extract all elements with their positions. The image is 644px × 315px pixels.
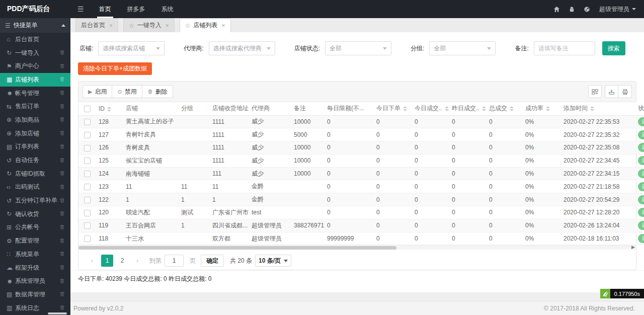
sidebar-item[interactable]: ▤ 订单列表 [0,140,70,154]
filter-select[interactable]: 选择或搜索代理商 [209,41,275,55]
trash-icon[interactable] [59,278,65,284]
sidebar-item[interactable]: ∷ 系统菜单 [0,248,70,261]
thinkphp-leaf-icon[interactable] [600,289,610,298]
row-checkbox[interactable] [84,197,91,203]
table-horizontal-scrollbar[interactable]: ▶ [78,245,636,250]
scrollbar-thumb[interactable] [78,246,396,250]
trash-icon[interactable] [59,305,65,311]
status-toggle[interactable]: 启用 [638,130,644,139]
status-toggle[interactable]: 启用 [638,221,644,230]
home-icon[interactable] [549,6,564,13]
trash-icon[interactable] [59,238,65,244]
sidebar-item[interactable]: ↺ 五分钟订单补单 [0,194,70,207]
trash-icon[interactable] [59,198,65,204]
sidebar-item[interactable]: ↻ 确认收货 [0,207,70,221]
export-button[interactable] [605,85,618,98]
trash-icon[interactable] [59,171,65,177]
close-icon[interactable]: × [222,22,225,29]
delete-button[interactable]: 删除 [142,85,173,98]
top-menu-item[interactable]: 拼多多 [119,0,153,18]
sidebar-item[interactable]: ⊞ 公共帐号 [0,221,70,234]
close-icon[interactable]: × [166,22,169,29]
column-header[interactable]: 今日下单 [373,102,412,115]
filter-select[interactable]: 选择或搜索店铺 [98,41,165,55]
row-checkbox[interactable] [84,235,91,242]
sidebar-item[interactable]: ⊕ 添加商品 [0,113,70,127]
trash-icon[interactable] [59,265,65,271]
sidebar-item[interactable]: ▤ 数据库管理 [0,288,70,301]
close-icon[interactable]: × [109,22,113,29]
sidebar-item[interactable]: ⚑ 商户中心 [0,59,70,73]
trash-icon[interactable] [59,117,65,123]
sidebar-header-quick-menu[interactable]: ☰ 快捷菜单 [0,18,70,33]
select-all-checkbox[interactable] [84,106,91,112]
remark-input[interactable] [534,41,595,55]
print-button[interactable] [618,85,632,98]
status-toggle[interactable]: 启用 [638,143,644,152]
per-page-select[interactable]: 10 条/页 [255,255,291,267]
row-checkbox[interactable] [84,222,91,229]
sidebar-item[interactable]: ↻ 店铺ID抓取 [0,167,70,181]
goto-confirm-button[interactable]: 确定 [201,255,224,267]
filter-select[interactable]: 全部 [429,41,496,55]
sidebar-item[interactable]: ⚙ 配置管理 [0,234,70,248]
trash-icon[interactable] [59,211,65,217]
trash-icon[interactable] [59,291,65,297]
row-checkbox[interactable] [84,132,91,138]
sidebar-item[interactable]: ↺ 自动任务 [0,153,70,167]
status-toggle[interactable]: 启用 [638,208,644,217]
column-header[interactable]: 添加时间 [560,102,635,115]
next-page-button[interactable]: › [131,255,143,267]
page-number-button[interactable]: 1 [101,255,113,267]
lock-icon[interactable] [564,6,579,13]
trash-icon[interactable] [59,251,65,257]
clear-cache-icon[interactable] [579,6,594,13]
column-header[interactable]: 总成交 [486,102,522,115]
scroll-right-arrow-icon[interactable]: ▶ [631,245,635,250]
enable-button[interactable]: ▶ 启用 [83,85,112,98]
page-number-button[interactable]: 2 [116,255,128,267]
sidebar-item[interactable]: ☻ 系统管理员 [0,274,70,288]
prev-page-button[interactable]: ‹ [86,255,98,267]
sidebar-item[interactable]: ▦ 店铺列表 [0,73,70,87]
row-checkbox[interactable] [84,158,91,164]
page-tab[interactable]: ☆ 一键导入 × [123,18,175,32]
status-toggle[interactable]: 启用 [638,117,644,126]
select-all-header[interactable] [78,102,96,115]
status-toggle[interactable]: 启用 [638,234,644,243]
sidebar-scrollbar[interactable] [48,312,67,314]
sidebar-item[interactable]: ‹› 出码测试 [0,181,70,194]
trash-icon[interactable] [59,104,65,110]
row-checkbox[interactable] [84,145,91,151]
sidebar-item[interactable]: ⊕ 添加店铺 [0,127,70,140]
status-toggle[interactable]: 启用 [638,156,644,165]
row-checkbox[interactable] [84,184,91,190]
status-toggle[interactable]: 启用 [638,182,644,191]
trash-icon[interactable] [59,63,65,69]
trash-icon[interactable] [59,130,65,136]
sidebar-toggle-icon[interactable]: ☰ [70,0,91,18]
column-header[interactable]: ID [96,102,123,115]
status-toggle[interactable]: 启用 [638,169,644,178]
trash-icon[interactable] [59,184,65,190]
sidebar-item[interactable]: ☁ 框架升级 [0,261,70,275]
clear-today-data-button[interactable]: 清除今日下单+成团数据 [78,62,152,75]
sidebar-item[interactable]: ⌂ 后台首页 [0,33,70,46]
page-tab[interactable]: ☆ 后台首页 × [75,18,118,32]
filter-select[interactable]: 全部 [325,41,391,55]
toggle-columns-button[interactable] [588,85,602,98]
trash-icon[interactable] [59,144,65,150]
trash-icon[interactable] [59,76,65,83]
trash-icon[interactable] [59,90,65,96]
row-checkbox[interactable] [84,210,91,216]
top-menu-item[interactable]: 系统 [153,0,182,18]
trash-icon[interactable] [59,224,65,230]
disable-button[interactable]: ⊙ 禁用 [112,85,142,98]
user-menu[interactable]: 超级管理员 [599,5,636,14]
status-toggle[interactable]: 启用 [638,195,644,204]
row-checkbox[interactable] [84,119,91,125]
goto-page-input[interactable] [165,255,184,267]
column-header[interactable]: 成功率 [522,102,560,115]
trash-icon[interactable] [59,50,65,56]
sidebar-item[interactable]: ⇆ 售后订单 [0,100,70,113]
